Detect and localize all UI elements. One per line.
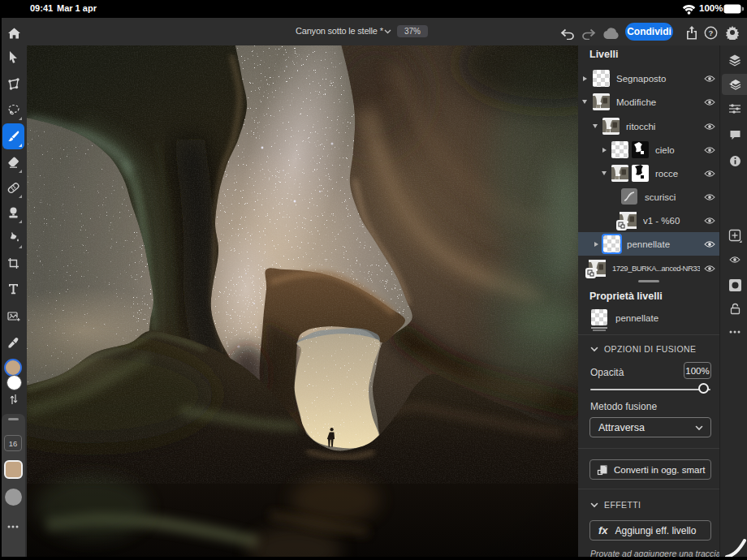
svg-text:?: ? xyxy=(709,28,714,37)
